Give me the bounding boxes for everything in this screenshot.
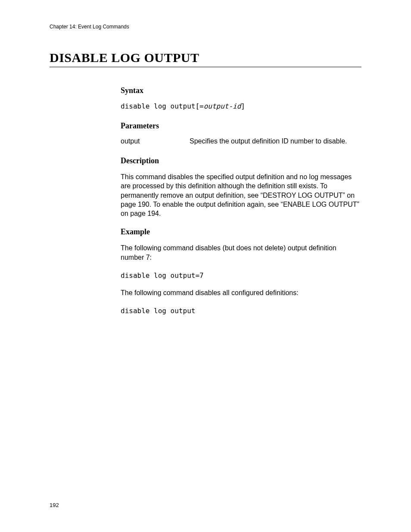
description-heading: Description xyxy=(121,156,361,165)
example-code-2: disable log output xyxy=(121,307,361,315)
content-block: Syntax disable log output[=output-id] Pa… xyxy=(121,86,361,315)
page-number: 192 xyxy=(50,502,59,508)
syntax-code: disable log output[=output-id] xyxy=(121,102,361,110)
syntax-heading: Syntax xyxy=(121,86,361,95)
page-title: DISABLE LOG OUTPUT xyxy=(50,50,361,67)
parameter-description: Specifies the output definition ID numbe… xyxy=(190,137,361,145)
example-heading: Example xyxy=(121,227,361,236)
syntax-prefix: disable log output[= xyxy=(121,102,204,110)
example-intro-2: The following command disables all confi… xyxy=(121,288,361,297)
parameter-row: output Specifies the output definition I… xyxy=(121,137,361,145)
parameters-heading: Parameters xyxy=(121,121,361,131)
syntax-param: output-id xyxy=(204,102,241,110)
syntax-suffix: ] xyxy=(241,102,245,110)
page-container: Chapter 14: Event Log Commands DISABLE L… xyxy=(0,0,411,315)
example-intro-1: The following command disables (but does… xyxy=(121,243,361,262)
parameter-name: output xyxy=(121,137,190,145)
description-text: This command disables the specified outp… xyxy=(121,172,361,218)
chapter-header: Chapter 14: Event Log Commands xyxy=(50,24,361,30)
example-code-1: disable log output=7 xyxy=(121,271,361,280)
